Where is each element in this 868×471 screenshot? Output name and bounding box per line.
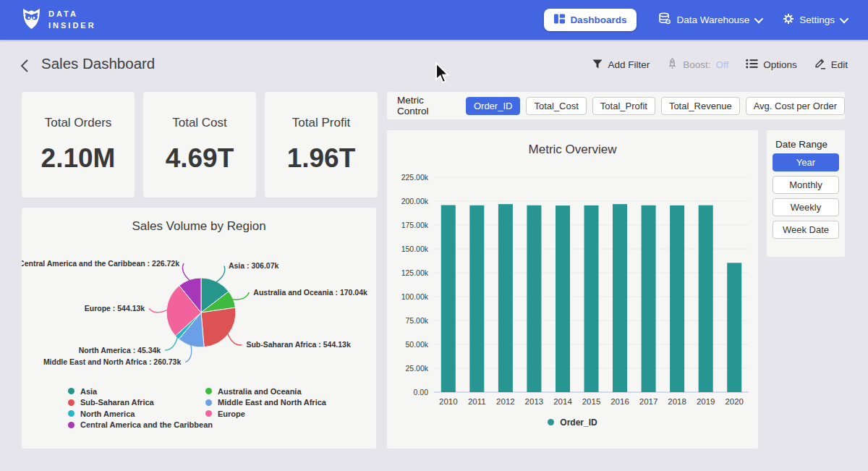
bar-chart-title: Metric Overview (387, 143, 758, 157)
metric-option-total-cost[interactable]: Total_Cost (526, 97, 586, 115)
y-tick-label: 0.00 (414, 388, 429, 396)
chevron-down-icon (840, 14, 849, 24)
pie-slice-label: Europe : 544.13k (85, 304, 145, 313)
metric-control-label: Metric Control (397, 95, 456, 116)
legend-item[interactable]: Middle East and North Africa (205, 397, 326, 409)
legend-item[interactable]: Australia and Oceania (205, 386, 326, 397)
pie-slice-label: Asia : 306.07k (229, 261, 279, 270)
pie-leader-line (149, 309, 167, 313)
bar-2017[interactable] (642, 205, 656, 392)
database-icon (658, 12, 671, 27)
edit-button[interactable]: Edit (814, 59, 848, 72)
legend-item[interactable]: Sub-Saharan Africa (68, 397, 213, 409)
pie-slice-label: Central America and the Caribbean : 226.… (22, 259, 179, 268)
metric-option-total-profit[interactable]: Total_Profit (592, 97, 655, 115)
options-button[interactable]: Options (746, 59, 797, 71)
nav-settings[interactable]: Settings (783, 13, 846, 27)
nav-data-warehouse-label: Data Warehouse (676, 14, 749, 25)
boost-toggle[interactable]: Boost: Off (667, 58, 728, 72)
date-option-year[interactable]: Year (773, 153, 839, 171)
legend-item[interactable]: Order_ID (548, 417, 597, 428)
y-tick-label: 225.00k (401, 173, 429, 182)
pencil-icon (814, 59, 826, 72)
legend-item[interactable]: North America (68, 408, 213, 420)
legend-dot (68, 399, 75, 406)
owl-logo-icon (22, 7, 41, 33)
options-list-icon (746, 59, 758, 71)
pie-leader-line (165, 337, 177, 350)
pie-leader-line (216, 266, 225, 282)
pie-slice-sub-saharan-africa[interactable] (201, 307, 236, 347)
page-header: Sales Dashboard Add Filter Boost: Off (0, 52, 868, 81)
dashboard-grid-icon (554, 14, 565, 26)
x-tick-label: 2014 (553, 397, 572, 406)
date-option-weekly[interactable]: Weekly (773, 198, 839, 216)
bar-chart: 0.0025.00k50.00k75.00k100.00k125.00k150.… (387, 163, 758, 416)
filter-funnel-icon (592, 59, 603, 71)
legend-dot (68, 388, 75, 394)
date-option-week-date[interactable]: Week Date (773, 221, 839, 239)
metric-option-total-revenue[interactable]: Total_Revenue (661, 97, 740, 115)
legend-item[interactable]: Central America and the Caribbean (68, 420, 213, 431)
nav-settings-label: Settings (799, 14, 835, 25)
gear-icon (783, 13, 794, 27)
nav-data-warehouse[interactable]: Data Warehouse (658, 12, 761, 27)
x-tick-label: 2013 (525, 397, 544, 406)
bar-2020[interactable] (727, 263, 741, 392)
x-tick-label: 2010 (439, 397, 458, 406)
bar-2018[interactable] (670, 205, 684, 392)
y-tick-label: 25.00k (405, 364, 428, 373)
pie-chart-card: Sales Volume by Region Asia : 306.07kAus… (22, 208, 376, 449)
y-tick-label: 125.00k (401, 268, 429, 277)
kpi-total-cost: Total Cost 4.69T (143, 92, 256, 198)
x-tick-label: 2016 (610, 397, 629, 406)
bar-2011[interactable] (469, 205, 484, 392)
bar-2014[interactable] (556, 205, 570, 392)
legend-label: Sub-Saharan Africa (80, 398, 154, 407)
kpi-value: 4.69T (143, 143, 256, 174)
add-filter-button[interactable]: Add Filter (592, 59, 650, 71)
metric-option-avg-cost-per-order[interactable]: Avg. Cost per Order (746, 97, 845, 115)
x-tick-label: 2019 (697, 397, 715, 406)
bar-2015[interactable] (584, 205, 599, 392)
y-tick-label: 50.00k (405, 340, 428, 349)
back-button[interactable] (20, 58, 33, 74)
x-tick-label: 2018 (668, 397, 686, 406)
y-tick-label: 100.00k (401, 292, 429, 301)
bar-2012[interactable] (498, 204, 513, 392)
legend-dot (205, 399, 212, 406)
y-tick-label: 200.00k (401, 197, 429, 205)
metric-option-order-id[interactable]: Order_ID (466, 97, 520, 115)
pie-legend-column-2: Australia and OceaniaMiddle East and Nor… (205, 386, 326, 420)
y-tick-label: 175.00k (401, 221, 429, 229)
legend-label: Middle East and North Africa (218, 398, 326, 407)
bar-chart-card: Metric Overview 0.0025.00k50.00k75.00k10… (387, 130, 758, 449)
page-title: Sales Dashboard (41, 55, 155, 72)
nav-dashboards-label: Dashboards (570, 14, 626, 25)
x-tick-label: 2012 (496, 397, 515, 406)
legend-item[interactable]: Europe (205, 408, 326, 420)
legend-item[interactable]: Asia (68, 386, 213, 397)
x-tick-label: 2011 (468, 397, 486, 406)
x-tick-label: 2015 (582, 397, 601, 406)
legend-label: Order_ID (560, 417, 597, 428)
kpi-total-profit: Total Profit 1.96T (265, 92, 378, 198)
legend-label: Australia and Oceania (218, 387, 302, 396)
nav-dashboards[interactable]: Dashboards (544, 9, 637, 31)
boost-state: Off (715, 59, 728, 70)
pie-chart-title: Sales Volume by Region (22, 219, 376, 234)
brand-name: DATA INSIDER (48, 9, 96, 32)
legend-dot (68, 422, 75, 428)
legend-label: Asia (80, 387, 97, 396)
bar-2016[interactable] (613, 204, 627, 392)
kpi-total-orders: Total Orders 2.10M (22, 92, 135, 198)
date-option-monthly[interactable]: Monthly (773, 176, 839, 194)
date-range-label: Date Range (775, 139, 827, 150)
chevron-down-icon (754, 14, 764, 24)
x-tick-label: 2017 (639, 397, 658, 406)
bar-2019[interactable] (699, 205, 713, 392)
pie-slice-label: North America : 45.34k (79, 346, 161, 355)
bar-2010[interactable] (441, 205, 456, 393)
bar-2013[interactable] (527, 205, 541, 392)
legend-label: North America (80, 410, 135, 418)
